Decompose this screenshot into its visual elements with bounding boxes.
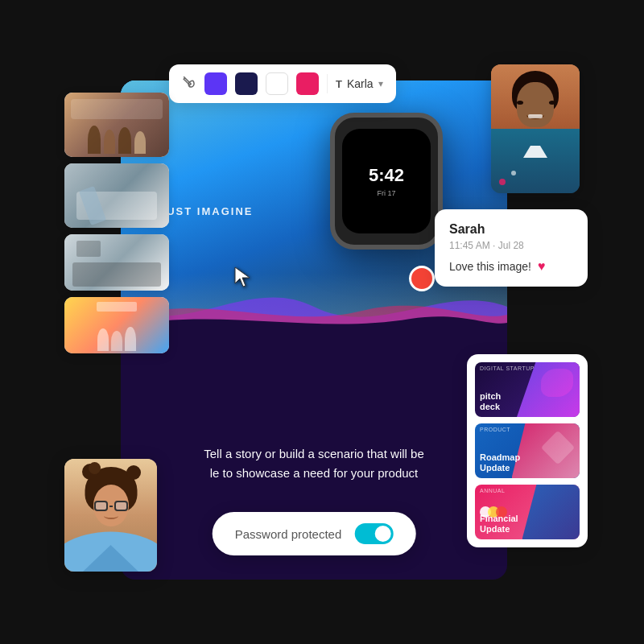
comment-message: Love this image! (449, 260, 531, 273)
slide-title-3: FinancialUpdate (480, 514, 518, 535)
portrait-man-face (64, 459, 157, 572)
heart-icon: ♥ (538, 259, 546, 274)
comment-time: 11:45 AM · Jul 28 (449, 240, 573, 251)
portrait-woman (491, 64, 580, 193)
photo-card-2[interactable] (64, 163, 169, 228)
color-swatch-purple[interactable] (204, 72, 227, 95)
toolbar-card: T Karla ▾ (169, 64, 396, 103)
photo-hands-tablet (64, 163, 169, 228)
photo-strip (64, 93, 169, 353)
slide-title-1: pitchdeck (480, 391, 501, 412)
color-swatch-white[interactable] (266, 72, 288, 95)
color-swatch-pink[interactable] (296, 72, 319, 95)
slide-tag-2: PRODUCT (480, 427, 510, 432)
password-label: Password protected (235, 527, 342, 541)
password-bar: Password protected (213, 512, 416, 555)
comment-card: Sarah 11:45 AM · Jul 28 Love this image!… (435, 209, 588, 287)
photo-colorful-meeting (64, 297, 169, 353)
photo-card-4[interactable] (64, 297, 169, 353)
slide-financial[interactable]: annual FinancialUpdate (475, 485, 580, 539)
slide-tag-1: digital startup (480, 365, 535, 371)
password-toggle[interactable] (354, 523, 393, 544)
paint-bucket-icon[interactable] (182, 75, 196, 93)
comment-text: Love this image! ♥ (449, 259, 573, 274)
watch-screen: 5:42 Fri 17 (342, 129, 431, 233)
chevron-down-icon: ▾ (378, 78, 383, 89)
watch-date: Fri 17 (377, 189, 395, 197)
record-button[interactable] (409, 266, 435, 291)
photo-team-meeting (64, 93, 169, 157)
slide-roadmap[interactable]: PRODUCT RoadmapUpdate (475, 423, 580, 478)
watch-graphic: 5:42 Fri 17 (330, 113, 443, 250)
slide-tag-3: annual (480, 488, 505, 493)
font-name: Karla (347, 77, 374, 90)
watch-time: 5:42 (369, 165, 404, 186)
font-selector[interactable]: T Karla ▾ (336, 77, 383, 90)
main-canvas: 5:42 Fri 17 O (121, 80, 507, 580)
slide-pitch-deck[interactable]: digital startup pitchdeck (475, 362, 580, 417)
toggle-knob (374, 526, 390, 542)
slide-title-2: RoadmapUpdate (480, 452, 520, 473)
main-scene: 5:42 Fri 17 O (40, 32, 604, 612)
toolbar-divider (327, 74, 328, 93)
photo-desk (64, 234, 169, 291)
portrait-man (64, 459, 157, 572)
photo-card-3[interactable] (64, 234, 169, 291)
color-swatch-dark[interactable] (235, 72, 258, 95)
portrait-woman-inner (491, 64, 580, 193)
slides-panel: digital startup pitchdeck PRODUCT Roadma… (467, 354, 588, 547)
canvas-body-text: Tell a story or build a scenario that wi… (121, 444, 507, 483)
cursor-icon (233, 266, 253, 295)
comment-author: Sarah (449, 222, 573, 237)
photo-card-1[interactable] (64, 93, 169, 157)
